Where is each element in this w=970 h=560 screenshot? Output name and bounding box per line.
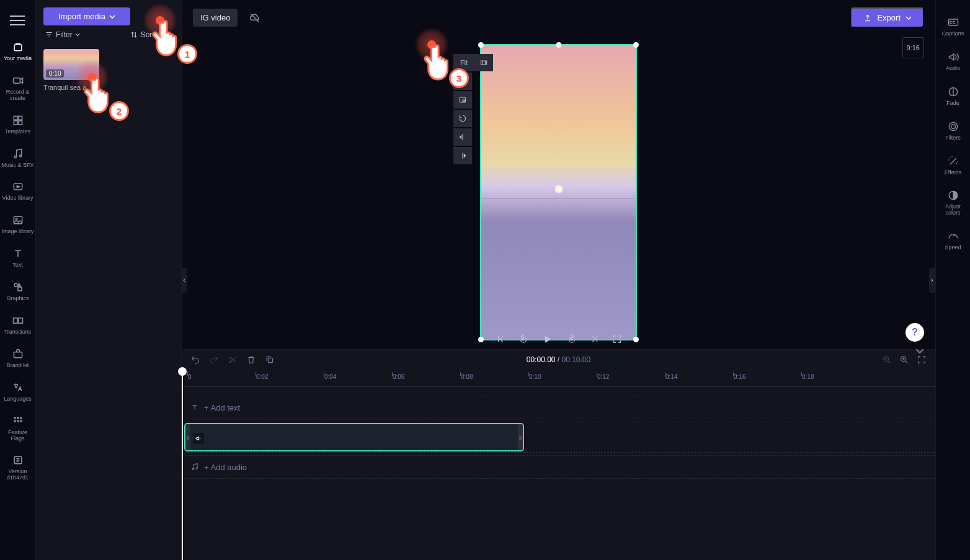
flip-vertical-button[interactable] (453, 147, 472, 164)
zoom-in-button[interactable] (899, 355, 909, 365)
playhead[interactable] (182, 370, 183, 560)
resize-handle[interactable] (633, 337, 639, 342)
flags-icon (12, 415, 24, 427)
sidebar-item-video-library[interactable]: Video library (0, 174, 35, 208)
split-button[interactable] (228, 355, 238, 365)
captions-tab[interactable]: Captions (936, 11, 970, 42)
timeline-ruler[interactable]: 0 0:02 0:04 0:06 0:08 0:10 0:12 0:14 0:1… (182, 370, 935, 387)
gauge-icon (947, 230, 959, 242)
export-button[interactable]: Export (851, 7, 924, 28)
resize-handle[interactable] (478, 337, 484, 342)
ruler-tick: 0 (188, 373, 192, 380)
svg-rect-4 (14, 121, 17, 125)
svg-point-33 (192, 468, 194, 469)
sidebar-item-image-library[interactable]: Image library (0, 208, 35, 241)
cloud-sync-icon[interactable] (245, 8, 265, 28)
resize-handle[interactable] (478, 42, 484, 48)
fill-button[interactable] (474, 54, 493, 71)
sidebar-item-record-create[interactable]: Record & create (0, 68, 35, 108)
clip-trim-right[interactable]: || (518, 424, 523, 450)
sidebar-item-transitions[interactable]: Transitions (0, 308, 35, 342)
upload-icon (863, 14, 872, 22)
flip-horizontal-button[interactable] (453, 128, 472, 146)
ruler-tick: 0:08 (461, 373, 473, 380)
help-button[interactable]: ? (905, 323, 924, 342)
rotate-handle[interactable] (556, 42, 561, 48)
playback-controls: 5 5 (496, 333, 622, 345)
resize-handle[interactable] (633, 42, 639, 48)
preset-chip[interactable]: IG video (193, 9, 238, 27)
volume-icon[interactable] (193, 433, 204, 444)
sidebar-label: Brand kit (7, 363, 29, 369)
right-rail-label: Speed (945, 245, 961, 251)
filters-circle-icon (947, 120, 959, 133)
canvas-area[interactable]: Fit 5 5 ? (182, 35, 935, 349)
effects-tab[interactable]: Effects (936, 150, 970, 181)
sidebar-item-version[interactable]: Version d1b47d1 (0, 448, 35, 487)
clip-duration: 0:10 (46, 69, 64, 78)
languages-icon (12, 381, 24, 394)
fullscreen-button[interactable] (612, 334, 622, 344)
svg-rect-15 (14, 352, 22, 358)
svg-rect-23 (481, 61, 486, 64)
import-media-button[interactable]: Import media (43, 7, 130, 25)
zoom-out-button[interactable] (882, 355, 892, 365)
fade-tab[interactable]: Fade (936, 81, 970, 112)
media-panel: Import media Filter Sort 0:10 Tranquil s… (36, 0, 182, 560)
next-frame-button[interactable] (590, 334, 600, 344)
filter-button[interactable]: Filter (45, 30, 80, 39)
templates-icon (12, 114, 24, 127)
chevron-down-icon (905, 15, 912, 21)
crop-button[interactable] (453, 73, 472, 90)
delete-button[interactable] (246, 355, 256, 365)
svg-point-19 (14, 420, 16, 422)
sidebar-label: Record & create (1, 89, 34, 102)
adjust-colors-tab[interactable]: Adjust colors (936, 184, 970, 221)
duplicate-button[interactable] (265, 355, 275, 365)
svg-rect-30 (268, 358, 272, 362)
menu-button[interactable] (0, 6, 35, 35)
sidebar-item-music-sfx[interactable]: Music & SFX (0, 141, 35, 175)
play-button[interactable] (541, 333, 554, 345)
text-track[interactable]: + Add text (182, 396, 935, 419)
prev-frame-button[interactable] (496, 334, 505, 344)
canvas-tools: Fit (453, 54, 493, 164)
sidebar-item-feature-flags[interactable]: Feature Flags (0, 409, 35, 448)
forward-button[interactable]: 5 (566, 334, 577, 345)
audio-track[interactable]: + Add audio (182, 455, 935, 479)
sidebar-item-your-media[interactable]: Your media (0, 35, 35, 68)
media-thumb[interactable]: 0:10 Tranquil sea a… (43, 49, 99, 91)
svg-rect-9 (14, 217, 22, 224)
video-track[interactable]: || || (182, 422, 935, 453)
pip-button[interactable] (453, 91, 472, 109)
speed-tab[interactable]: Speed (936, 225, 970, 256)
svg-point-28 (229, 357, 231, 358)
svg-point-16 (14, 417, 16, 419)
audio-tab[interactable]: Audio (936, 46, 970, 77)
preview-frame[interactable]: Fit (480, 44, 637, 340)
redo-button[interactable] (209, 355, 219, 365)
sidebar-item-brand-kit[interactable]: Brand kit (0, 342, 35, 375)
collapse-right-panel-button[interactable]: › (929, 268, 935, 293)
sidebar-item-languages[interactable]: Languages (0, 375, 35, 409)
rotate-button[interactable] (453, 110, 472, 127)
sidebar-item-graphics[interactable]: Graphics (0, 275, 35, 308)
zoom-fit-button[interactable] (917, 355, 927, 365)
text-track-placeholder: + Add text (204, 403, 240, 412)
svg-point-38 (951, 124, 955, 128)
canvas-header: IG video Export (182, 0, 935, 35)
sort-button[interactable]: Sort (130, 30, 154, 39)
svg-rect-14 (18, 318, 22, 323)
ruler-tick: 0:14 (665, 373, 677, 380)
sidebar-item-templates[interactable]: Templates (0, 108, 35, 141)
video-clip[interactable]: || || (184, 423, 524, 451)
rewind-button[interactable]: 5 (518, 334, 529, 345)
fit-button[interactable]: Fit (453, 54, 474, 71)
sidebar-label: Feature Flags (1, 430, 34, 442)
filters-tab[interactable]: Filters (936, 115, 970, 146)
clip-trim-left[interactable]: || (185, 424, 190, 450)
svg-point-20 (17, 420, 19, 422)
sidebar-item-text[interactable]: Text (0, 241, 35, 275)
undo-button[interactable] (190, 355, 200, 365)
sidebar-label: Video library (2, 195, 33, 202)
